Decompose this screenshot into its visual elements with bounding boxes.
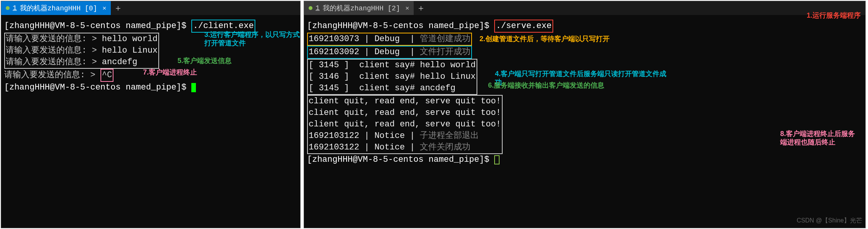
prompt-line-final: [zhangHHH@VM-8-5-centos named_pipe]$ <box>307 154 862 166</box>
ctrl-c: ^C <box>102 70 112 80</box>
input-prompt: 请输入要发送的信息: > <box>6 34 102 44</box>
serve-output: [ 3145 ] client say# ancdefg <box>309 83 476 94</box>
input-prompt: 请输入要发送的信息: > <box>6 57 102 67</box>
status-dot-icon <box>309 6 312 10</box>
quit-output: client quit, read end, serve quit too! <box>309 96 501 107</box>
tab-number: 1 <box>13 4 17 12</box>
input-value: ancdefg <box>102 57 137 67</box>
input-prompt: 请输入要发送的信息: > <box>6 46 102 55</box>
shell-prompt: [zhangHHH@VM-8-5-centos named_pipe]$ <box>4 21 191 31</box>
status-dot-icon <box>6 6 10 10</box>
annotation-5: 5.客户端发送信息 <box>178 56 232 65</box>
terminal-body-right[interactable]: 1.运行服务端程序 [zhangHHH@VM-8-5-centos named_… <box>304 15 865 228</box>
annotation-2: 2.创建管道文件后，等待客户端以只写打开 <box>480 35 610 43</box>
cursor-box-icon <box>494 155 500 164</box>
terminal-left: 1 我的机器zhangHHH [0] ✕ ＋ [zhangHHH@VM-8-5-… <box>1 1 301 228</box>
tab-title: 我的机器zhangHHH [0] <box>20 3 97 13</box>
cursor-icon <box>191 83 196 92</box>
shell-prompt: [zhangHHH@VM-8-5-centos named_pipe]$ <box>307 21 494 31</box>
close-icon[interactable]: ✕ <box>403 4 409 12</box>
quit-block: client quit, read end, serve quit too! c… <box>307 95 503 154</box>
tab-number: 1 <box>316 4 320 12</box>
input-block: 请输入要发送的信息: > hello world 请输入要发送的信息: > he… <box>4 33 159 69</box>
tab-right-active[interactable]: 1 我的机器zhangHHH [2] ✕ <box>304 1 414 15</box>
annotation-7: 7.客户端进程终止 <box>143 68 197 76</box>
debug-line-2: 1692103092 | Debug | 文件打开成功 4.客户端只写打开管道文… <box>307 46 862 59</box>
annotation-3: 3.运行客户端程序，以只写方式打开管道文件 <box>204 30 304 47</box>
input-value: hello Linux <box>102 46 158 55</box>
say-block: [ 3145 ] client say# hello world [ 3146 … <box>307 59 477 95</box>
prompt-line-final: [zhangHHH@VM-8-5-centos named_pipe]$ <box>4 82 297 93</box>
close-icon[interactable]: ✕ <box>100 4 106 12</box>
new-tab-button[interactable]: ＋ <box>414 1 428 15</box>
tab-left-active[interactable]: 1 我的机器zhangHHH [0] ✕ <box>1 1 111 15</box>
annotation-8: 8.客户端进程终止后服务端进程也随后终止 <box>780 129 861 146</box>
input-value: hello world <box>102 34 158 44</box>
prompt-line: [zhangHHH@VM-8-5-centos named_pipe]$ ./s… <box>307 20 862 33</box>
quit-output: client quit, read end, serve quit too! <box>309 119 501 130</box>
quit-output: client quit, read end, serve quit too! <box>309 107 501 119</box>
tab-bar-right: 1 我的机器zhangHHH [2] ✕ ＋ <box>304 1 865 15</box>
terminal-right: 1 我的机器zhangHHH [2] ✕ ＋ 1.运行服务端程序 [zhangH… <box>304 1 866 228</box>
cmd-serve: ./serve.exe <box>494 20 553 33</box>
tab-bar-left: 1 我的机器zhangHHH [0] ✕ ＋ <box>1 1 300 15</box>
serve-output: [ 3146 ] client say# hello Linux <box>309 71 476 83</box>
tab-title: 我的机器zhangHHH [2] <box>323 3 400 13</box>
debug-line-1: 1692103073 | Debug | 管道创建成功 2.创建管道文件后，等待… <box>307 33 862 46</box>
serve-output: [ 3145 ] client say# hello world <box>309 60 476 71</box>
annotation-1: 1.运行服务端程序 <box>807 11 861 20</box>
watermark: CSDN @【Shine】光芒 <box>797 215 862 226</box>
new-tab-button[interactable]: ＋ <box>111 1 125 15</box>
annotation-6: 6.服务端接收并输出客户端发送的信息 <box>488 81 604 90</box>
terminal-body-left[interactable]: [zhangHHH@VM-8-5-centos named_pipe]$ ./c… <box>1 15 300 228</box>
